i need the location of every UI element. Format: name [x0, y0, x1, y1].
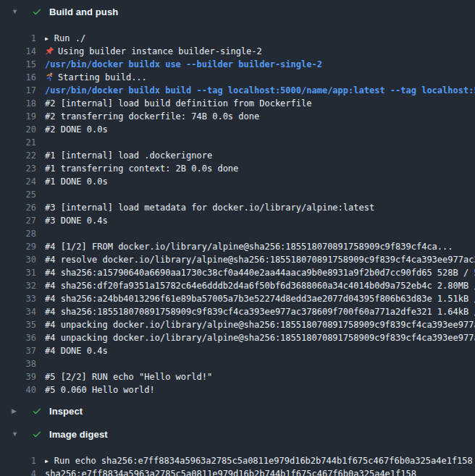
- log-line-content: #3 [internal] load metadata for docker.i…: [45, 201, 475, 214]
- log-line-content: #4 sha256:a15790640a6690aa1730c38cf0a440…: [45, 266, 475, 279]
- line-number[interactable]: 1: [0, 32, 36, 45]
- log-line-content: #1 DONE 0.0s: [45, 175, 475, 188]
- line-number[interactable]: 27: [0, 214, 36, 227]
- log-line: 1▶Run ./: [0, 32, 475, 45]
- log-line: 34#4 sha256:185518070891758909c9f839cf4c…: [0, 305, 475, 318]
- log-line-content: /usr/bin/docker buildx use --builder bui…: [45, 58, 475, 71]
- log-line: 32#4 sha256:df20fa9351a15782c64e6dddb2d4…: [0, 279, 475, 292]
- line-number[interactable]: 14: [0, 45, 36, 58]
- log-text: Run echo sha256:e7ff8834a5963a2785c5a081…: [54, 456, 473, 466]
- check-icon: [32, 406, 49, 416]
- chevron-down-icon: ▼: [12, 9, 32, 15]
- log-line-content: #5 0.060 Hello world!: [45, 383, 475, 396]
- line-number[interactable]: 15: [0, 58, 36, 71]
- check-icon: [32, 429, 49, 439]
- log-line: 40#5 0.060 Hello world!: [0, 383, 475, 396]
- step-header-inspect[interactable]: ▶Inspect: [0, 399, 475, 422]
- log-line-content: ▶Run echo sha256:e7ff8834a5963a2785c5a08…: [45, 454, 475, 467]
- play-icon[interactable]: ▶: [45, 33, 49, 45]
- line-number[interactable]: 26: [0, 201, 36, 214]
- step-header-image-digest[interactable]: ▼Image digest: [0, 422, 475, 446]
- log-line-content: #5 [2/2] RUN echo "Hello world!": [45, 370, 475, 383]
- log-line: 36#4 unpacking docker.io/library/alpine@…: [0, 331, 475, 344]
- log-text: /usr/bin/docker buildx build --tag local…: [45, 85, 475, 95]
- log-line: 14Using builder instance builder-single-…: [0, 45, 475, 58]
- line-number[interactable]: 36: [0, 331, 36, 344]
- line-number[interactable]: 30: [0, 253, 36, 266]
- line-number[interactable]: 31: [0, 266, 36, 279]
- log-line-content: #4 sha256:a24bb4013296f61e89ba57005a7b3e…: [45, 292, 475, 305]
- log-line: 25: [0, 188, 475, 201]
- log-line: 23#1 transferring context: 2B 0.0s done: [0, 162, 475, 175]
- step-log: 1▶Run ./14Using builder instance builder…: [0, 23, 475, 399]
- actions-log-viewer: ▼Build and push1▶Run ./14Using builder i…: [0, 0, 475, 476]
- log-line: 27#3 DONE 0.4s: [0, 214, 475, 227]
- line-number[interactable]: 1: [0, 454, 36, 467]
- step-title: Build and push: [49, 7, 118, 17]
- line-number[interactable]: 18: [0, 97, 36, 110]
- log-line: 18#2 [internal] load build definition fr…: [0, 97, 475, 110]
- line-number[interactable]: 34: [0, 305, 36, 318]
- runner-icon: [45, 71, 54, 84]
- log-text: #4 resolve docker.io/library/alpine@sha2…: [45, 255, 475, 265]
- step-header-build-and-push[interactable]: ▼Build and push: [0, 0, 475, 23]
- log-text: #4 unpacking docker.io/library/alpine@sh…: [45, 320, 475, 330]
- log-text: Starting build...: [58, 72, 147, 82]
- line-number[interactable]: 37: [0, 344, 36, 357]
- log-line: 22#1 [internal] load .dockerignore: [0, 149, 475, 162]
- line-number[interactable]: 32: [0, 279, 36, 292]
- line-number[interactable]: 20: [0, 123, 36, 136]
- line-number[interactable]: 24: [0, 175, 36, 188]
- log-text: #4 sha256:185518070891758909c9f839cf4ca3…: [45, 307, 475, 317]
- log-line-content: #4 unpacking docker.io/library/alpine@sh…: [45, 318, 475, 331]
- log-line: 17/usr/bin/docker buildx build --tag loc…: [0, 84, 475, 97]
- line-number[interactable]: 16: [0, 71, 36, 84]
- log-text: #4 DONE 0.4s: [45, 346, 108, 356]
- play-icon[interactable]: ▶: [45, 455, 49, 467]
- log-line: 16Starting build...: [0, 71, 475, 84]
- line-number[interactable]: 23: [0, 162, 36, 175]
- log-text: #4 sha256:a15790640a6690aa1730c38cf0a440…: [45, 268, 475, 278]
- line-number[interactable]: 29: [0, 240, 36, 253]
- log-text: #1 transferring context: 2B 0.0s done: [45, 163, 238, 174]
- pin-icon: [45, 45, 54, 58]
- log-line: 24#1 DONE 0.0s: [0, 175, 475, 188]
- log-text: #5 0.060 Hello world!: [45, 385, 155, 395]
- log-line: 39#5 [2/2] RUN echo "Hello world!": [0, 370, 475, 383]
- log-text: #5 [2/2] RUN echo "Hello world!": [45, 372, 212, 382]
- log-text: #3 DONE 0.4s: [45, 216, 108, 226]
- log-line: 21: [0, 136, 475, 149]
- line-number[interactable]: 4: [0, 467, 36, 476]
- log-line-content: #3 DONE 0.4s: [45, 214, 475, 227]
- log-line-content: [45, 188, 475, 201]
- log-line-content: #1 transferring context: 2B 0.0s done: [45, 162, 475, 175]
- log-text: #4 [1/2] FROM docker.io/library/alpine@s…: [45, 242, 453, 252]
- log-line-content: Starting build...: [45, 71, 475, 84]
- line-number[interactable]: 35: [0, 318, 36, 331]
- log-line: 15/usr/bin/docker buildx use --builder b…: [0, 58, 475, 71]
- log-line-content: #2 transferring dockerfile: 74B 0.0s don…: [45, 110, 475, 123]
- step-title: Inspect: [49, 406, 83, 417]
- line-number[interactable]: 38: [0, 357, 36, 370]
- log-line: 1▶Run echo sha256:e7ff8834a5963a2785c5a0…: [0, 454, 475, 467]
- log-line: 26#3 [internal] load metadata for docker…: [0, 201, 475, 214]
- line-number[interactable]: 25: [0, 188, 36, 201]
- line-number[interactable]: 17: [0, 84, 36, 97]
- log-text: #4 unpacking docker.io/library/alpine@sh…: [45, 333, 475, 343]
- line-number[interactable]: 39: [0, 370, 36, 383]
- log-line-content: #1 [internal] load .dockerignore: [45, 149, 475, 162]
- line-number[interactable]: 33: [0, 292, 36, 305]
- log-text: #2 DONE 0.0s: [45, 124, 108, 135]
- log-text: #1 DONE 0.0s: [45, 177, 108, 187]
- log-line: 30#4 resolve docker.io/library/alpine@sh…: [0, 253, 475, 266]
- line-number[interactable]: 19: [0, 110, 36, 123]
- line-number[interactable]: 21: [0, 136, 36, 149]
- log-line-content: #2 [internal] load build definition from…: [45, 97, 475, 110]
- log-text: #1 [internal] load .dockerignore: [45, 150, 212, 161]
- log-text: #2 [internal] load build definition from…: [45, 98, 311, 109]
- line-number[interactable]: 22: [0, 149, 36, 162]
- log-line-content: #4 [1/2] FROM docker.io/library/alpine@s…: [45, 240, 475, 253]
- line-number[interactable]: 40: [0, 383, 36, 396]
- log-text: /usr/bin/docker buildx use --builder bui…: [45, 59, 322, 69]
- line-number[interactable]: 28: [0, 227, 36, 240]
